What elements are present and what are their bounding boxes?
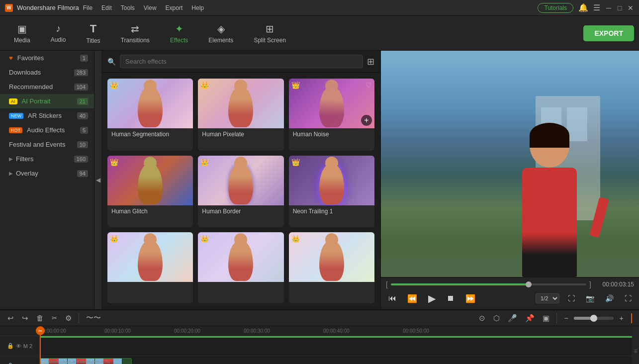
timeline-bar bbox=[40, 336, 632, 338]
voice-icon[interactable]: 🎤 bbox=[505, 313, 520, 324]
close-button[interactable]: ✕ bbox=[627, 4, 634, 11]
track-label-2: 🔒 👁 M 2 bbox=[0, 336, 40, 356]
search-input[interactable] bbox=[120, 55, 363, 68]
effect-row3a[interactable]: 👑 bbox=[107, 232, 193, 303]
timeline-clip[interactable]: ▶ wondershare-ac91dd68-c703-4751 bbox=[40, 358, 132, 364]
menu-file[interactable]: File bbox=[83, 4, 92, 11]
screenshot-icon[interactable]: 📷 bbox=[583, 293, 597, 303]
effect-thumb-pixelate: 👑 bbox=[198, 79, 283, 128]
settings-icon[interactable]: ⛶ bbox=[622, 293, 634, 303]
effect-thumb-glitch: 👑 bbox=[107, 156, 193, 205]
elements-label: Elements bbox=[208, 37, 233, 44]
menu-help[interactable]: Help bbox=[191, 4, 204, 11]
maximize-button[interactable]: □ bbox=[616, 4, 623, 11]
effect-row3c[interactable]: 👑 bbox=[289, 232, 374, 303]
effect-human-glitch[interactable]: 👑 Human Glitch bbox=[107, 156, 193, 228]
title-bar-right: Tutorials 🔔 ☰ ─ □ ✕ bbox=[538, 3, 634, 13]
progress-track[interactable] bbox=[391, 283, 586, 285]
progress-fill bbox=[391, 283, 532, 285]
effect-human-noise[interactable]: 👑 ♡ + Human Noise bbox=[289, 79, 374, 151]
crown-icon: 👑 bbox=[291, 158, 300, 166]
sidebar-item-downloads[interactable]: Downloads 283 bbox=[0, 65, 94, 80]
track-num-2: M 2 bbox=[23, 343, 32, 349]
timeline-resize-handle[interactable]: ≡ bbox=[632, 326, 639, 364]
undo-button[interactable]: ↩ bbox=[5, 313, 16, 324]
main-toolbar: ▣ Media ♪ Audio T Titles ⇄ Transitions ✦… bbox=[0, 16, 639, 51]
stop-button[interactable]: ⏹ bbox=[444, 293, 457, 304]
effect-human-border[interactable]: 👑 Human Border bbox=[198, 156, 283, 228]
zoom-in-button[interactable]: + bbox=[617, 313, 626, 323]
track-content-2 bbox=[40, 336, 632, 356]
tab-transitions[interactable]: ⇄ Transitions bbox=[112, 20, 159, 47]
fullscreen-icon[interactable]: ⛶ bbox=[565, 293, 577, 303]
zoom-select[interactable]: 1/2 1/1 1/4 bbox=[536, 293, 559, 303]
track-lock-icon[interactable]: 🔒 bbox=[7, 343, 14, 349]
effect-row3b[interactable]: 👑 bbox=[198, 232, 283, 303]
tab-split-screen[interactable]: ⊞ Split Screen bbox=[245, 20, 295, 47]
add-effect-button[interactable]: + bbox=[361, 115, 372, 126]
crown-icon: 👑 bbox=[200, 235, 209, 243]
preview-video bbox=[381, 51, 639, 277]
tab-media[interactable]: ▣ Media bbox=[5, 20, 39, 47]
zoom-slider[interactable] bbox=[574, 317, 614, 320]
track-row-2: 🔒 👁 M 2 bbox=[0, 336, 632, 356]
menu-tools[interactable]: Tools bbox=[121, 4, 135, 11]
sidebar-item-ar-stickers[interactable]: NEW AR Stickers 40 bbox=[0, 108, 94, 123]
export-button[interactable]: EXPORT bbox=[583, 25, 634, 41]
step-back-button[interactable]: ⏪ bbox=[405, 293, 420, 304]
redo-button[interactable]: ↪ bbox=[19, 313, 31, 324]
tutorials-button[interactable]: Tutorials bbox=[538, 3, 573, 13]
volume-icon[interactable]: 🔊 bbox=[603, 293, 616, 303]
marker-icon[interactable]: 📌 bbox=[523, 313, 537, 324]
tab-effects[interactable]: ✦ Effects bbox=[161, 20, 197, 47]
snap-icon[interactable]: ⊙ bbox=[476, 313, 488, 324]
search-icon: 🔍 bbox=[107, 58, 116, 66]
tab-audio[interactable]: ♪ Audio bbox=[42, 20, 75, 46]
title-bar-left: W Wondershare Filmora File Edit Tools Vi… bbox=[5, 4, 204, 12]
sidebar-item-overlay[interactable]: ▶ Overlay 94 bbox=[0, 166, 94, 181]
effect-human-pixelate[interactable]: 👑 Human Pixelate bbox=[198, 79, 283, 151]
delete-button[interactable]: 🗑 bbox=[34, 313, 46, 323]
menu-view[interactable]: View bbox=[144, 4, 157, 11]
sidebar-item-ai-portrait[interactable]: AI AI Portrait 21 bbox=[0, 94, 94, 108]
effect-human-segmentation[interactable]: 👑 Human Segmentation bbox=[107, 79, 193, 151]
sidebar-item-favorites[interactable]: ♥ Favorites 1 bbox=[0, 51, 94, 65]
mask-icon[interactable]: ⬡ bbox=[491, 313, 502, 324]
track-eye-icon[interactable]: 👁 bbox=[16, 343, 21, 349]
settings-button[interactable]: ⚙ bbox=[63, 313, 74, 324]
audio-wave-button[interactable]: 〜〜 bbox=[84, 312, 103, 324]
fast-forward-button[interactable]: ⏩ bbox=[463, 293, 478, 304]
menu-export[interactable]: Export bbox=[166, 4, 183, 11]
sidebar-item-filters[interactable]: ▶ Filters 160 bbox=[0, 152, 94, 166]
tab-titles[interactable]: T Titles bbox=[77, 19, 109, 47]
sidebar-item-festival-events[interactable]: Festival and Events 10 bbox=[0, 137, 94, 152]
minimize-button[interactable]: ─ bbox=[605, 4, 612, 11]
app-logo: W bbox=[5, 4, 13, 12]
audio-effects-count: 5 bbox=[80, 127, 88, 134]
timeline-ruler: 00:00:00:00 00:00:10:00 00:00:20:00 00:0… bbox=[0, 326, 632, 336]
sidebar-item-audio-effects[interactable]: HOT Audio Effects 5 bbox=[0, 123, 94, 137]
favorite-icon[interactable]: ♡ bbox=[365, 81, 372, 89]
timeline-area: ↩ ↪ 🗑 ✂ ⚙ 〜〜 ⊙ ⬡ 🎤 📌 ▣ − + 00:00:00:00 0… bbox=[0, 309, 639, 364]
track-content-1: ▶ wondershare-ac91dd68-c703-4751 bbox=[40, 356, 632, 364]
ruler-mark-4: 00:00:40:00 bbox=[323, 328, 350, 334]
transitions-label: Transitions bbox=[121, 37, 150, 44]
zoom-out-button[interactable]: − bbox=[561, 313, 571, 323]
notification-icon[interactable]: 🔔 bbox=[578, 3, 588, 12]
rewind-button[interactable]: ⏮ bbox=[386, 293, 399, 304]
caption-icon[interactable]: ▣ bbox=[540, 313, 552, 324]
play-button[interactable]: ▶ bbox=[426, 291, 438, 305]
grid-view-icon[interactable]: ⊞ bbox=[367, 56, 374, 67]
clip-play-icon: ▶ bbox=[42, 360, 46, 364]
settings-icon[interactable]: ☰ bbox=[593, 3, 600, 12]
tab-elements[interactable]: ◈ Elements bbox=[199, 20, 242, 47]
media-icon: ▣ bbox=[17, 23, 27, 35]
app-name: Wondershare Filmora bbox=[17, 4, 79, 11]
sidebar-item-recommended[interactable]: Recommended 104 bbox=[0, 80, 94, 94]
effect-label-row3c bbox=[289, 282, 374, 293]
cut-button[interactable]: ✂ bbox=[49, 313, 60, 323]
sidebar-collapse-button[interactable]: ◀ bbox=[94, 51, 101, 309]
effects-label: Effects bbox=[170, 37, 188, 44]
menu-edit[interactable]: Edit bbox=[101, 4, 112, 11]
effect-neon-trailing[interactable]: 👑 Neon Trailing 1 bbox=[289, 156, 374, 228]
